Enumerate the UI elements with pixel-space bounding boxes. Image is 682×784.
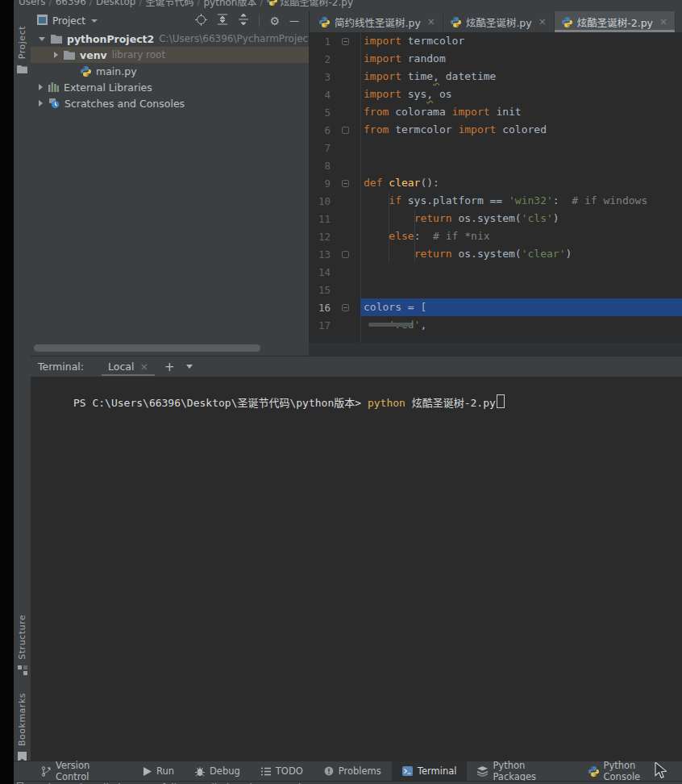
screen-edge — [0, 0, 14, 784]
line-number: 11 — [310, 213, 331, 225]
new-session-icon[interactable]: + — [164, 360, 175, 374]
code-line-13[interactable]: 13 return os.system('clear') — [310, 245, 682, 263]
code-text: import random — [360, 50, 682, 68]
editor-tab-active[interactable]: 炫酷圣诞树-2.py× — [555, 11, 676, 32]
code-line-2[interactable]: 2import random — [310, 50, 682, 68]
fold-start-icon[interactable]: − — [331, 304, 360, 311]
line-number: 9 — [310, 177, 331, 190]
code-line-4[interactable]: 4import sys, os — [310, 85, 682, 103]
code-line-3[interactable]: 3import time, datetime — [310, 68, 682, 85]
tree-item-external-libraries[interactable]: External Libraries — [31, 79, 309, 95]
terminal-argument: 炫酷圣诞树-2.py — [405, 397, 496, 409]
editor-tab[interactable]: 简约线性圣诞树.py× — [312, 11, 443, 32]
fold-end-icon[interactable] — [331, 127, 360, 134]
close-tab-icon[interactable]: × — [539, 16, 547, 27]
toolwindow-button-label: Problems — [339, 765, 381, 777]
toolwindow-button-run[interactable]: Run — [133, 761, 185, 781]
code-text — [360, 139, 682, 156]
toolwindow-button-python-packages[interactable]: Python Packages — [467, 761, 577, 781]
expand-all-icon[interactable] — [217, 14, 228, 27]
stripe-project-button[interactable]: Project — [14, 26, 31, 76]
breadcrumb-item[interactable]: python版本 — [204, 0, 257, 8]
code-editor[interactable]: 1−import termcolor2import random3import … — [310, 32, 682, 343]
debug-icon — [195, 766, 205, 777]
code-line-15[interactable]: 15 — [310, 281, 682, 298]
fold-start-icon[interactable]: − — [331, 180, 360, 187]
chevron-right-icon[interactable] — [39, 84, 43, 90]
code-line-1[interactable]: 1−import termcolor — [310, 32, 682, 50]
collapse-all-icon[interactable] — [238, 14, 249, 27]
code-line-9[interactable]: 9−def clear(): — [310, 174, 682, 192]
code-line-16[interactable]: 16−colors = [ — [310, 298, 682, 316]
chevron-down-icon[interactable] — [91, 19, 98, 23]
gear-icon[interactable]: ⚙ — [269, 15, 280, 27]
breadcrumb-item[interactable]: 66396 — [56, 0, 86, 7]
close-tab-icon[interactable]: × — [427, 16, 435, 27]
stripe-structure-button[interactable]: Structure — [14, 615, 31, 678]
fold-start-icon[interactable]: − — [331, 38, 360, 45]
stripe-structure-label: Structure — [17, 615, 27, 660]
locate-icon[interactable] — [195, 14, 207, 28]
tab-label: 炫酷圣诞树.py — [466, 15, 532, 30]
code-line-12[interactable]: 12 else: # if *nix — [310, 227, 682, 245]
code-line-6[interactable]: 6from termcolor import colored — [310, 121, 682, 139]
toolwindow-button-problems[interactable]: Problems — [314, 761, 392, 781]
editor-horizontal-scrollbar[interactable] — [368, 323, 412, 327]
chevron-right-icon[interactable] — [39, 100, 43, 106]
toolwindow-button-debug[interactable]: Debug — [185, 761, 251, 781]
pycharm-window: Users/66396/Desktop/圣诞节代码/python版本/炫酷圣诞树… — [0, 0, 682, 784]
toolwindow-button-version-control[interactable]: Version Control — [31, 761, 133, 781]
project-horizontal-scrollbar[interactable] — [34, 344, 260, 352]
breadcrumb-bar: Users/66396/Desktop/圣诞节代码/python版本/炫酷圣诞树… — [14, 0, 682, 11]
code-line-11[interactable]: 11 return os.system('cls') — [310, 210, 682, 227]
breadcrumb-item[interactable]: Users — [19, 0, 46, 7]
fold-end-icon[interactable] — [331, 251, 360, 258]
code-line-7[interactable]: 7 — [310, 139, 682, 156]
python-icon — [267, 0, 277, 8]
python-icon — [562, 17, 572, 27]
toolwindow-button-terminal[interactable]: Terminal — [392, 761, 468, 781]
tab-label: 炫酷圣诞树-2.py — [577, 15, 653, 30]
breadcrumb-item[interactable]: 炫酷圣诞树-2.py — [281, 0, 354, 8]
code-line-14[interactable]: 14 — [310, 263, 682, 281]
line-number: 4 — [310, 89, 331, 101]
code-text: if sys.platform == 'win32': # if windows — [360, 192, 682, 210]
code-line-8[interactable]: 8 — [310, 156, 682, 174]
crumb-separator: / — [89, 0, 93, 7]
crumb-separator: / — [139, 0, 142, 7]
breadcrumb[interactable]: Users/66396/Desktop/圣诞节代码/python版本/炫酷圣诞树… — [19, 0, 353, 8]
stripe-bookmarks-label: Bookmarks — [17, 693, 27, 746]
terminal-tab-local[interactable]: Local × — [102, 357, 155, 377]
tree-item-pythonproject2[interactable]: pythonProject2C:\Users\66396\PycharmProj… — [31, 31, 309, 47]
hide-panel-icon[interactable]: — — [289, 15, 299, 27]
close-tab-icon[interactable]: × — [659, 16, 667, 27]
code-line-5[interactable]: 5from colorama import init — [310, 103, 682, 121]
terminal-options-chevron-icon[interactable] — [186, 365, 193, 369]
project-panel-title[interactable]: Project — [52, 15, 85, 27]
breadcrumb-item[interactable]: 圣诞节代码 — [145, 0, 193, 8]
tree-item-main-py[interactable]: main.py — [31, 63, 309, 79]
python-icon — [81, 66, 91, 77]
breadcrumb-item[interactable]: Desktop — [96, 0, 136, 7]
folder-icon — [51, 35, 62, 44]
chevron-down-icon[interactable] — [39, 37, 45, 41]
chevron-right-icon[interactable] — [54, 52, 58, 58]
tree-item-label: pythonProject2 — [67, 33, 154, 45]
toolwindow-button-label: TODO — [276, 765, 303, 777]
stripe-bookmarks-button[interactable]: Bookmarks — [14, 693, 31, 765]
python-icon — [319, 17, 330, 27]
line-number: 16 — [310, 302, 331, 314]
toolwindow-button-label: Terminal — [418, 765, 457, 777]
line-number: 15 — [310, 284, 331, 296]
code-line-17[interactable]: 17 'red', — [310, 316, 682, 334]
editor-terminal-splitter[interactable] — [309, 343, 682, 356]
editor-tab[interactable]: 炫酷圣诞树.py× — [443, 11, 555, 32]
code-line-10[interactable]: 10 if sys.platform == 'win32': # if wind… — [310, 192, 682, 210]
terminal-panel[interactable]: PS C:\Users\66396\Desktop\圣诞节代码\python版本… — [31, 377, 682, 761]
code-text: colors = [ — [360, 298, 682, 316]
toolwindow-button-todo[interactable]: TODO — [251, 761, 314, 781]
toolwindow-button-label: Version Control — [56, 760, 123, 782]
tree-item-venv[interactable]: venvlibrary root — [31, 47, 309, 63]
tree-item-scratches-and-consoles[interactable]: Scratches and Consoles — [31, 95, 309, 111]
close-icon[interactable]: × — [139, 361, 148, 373]
